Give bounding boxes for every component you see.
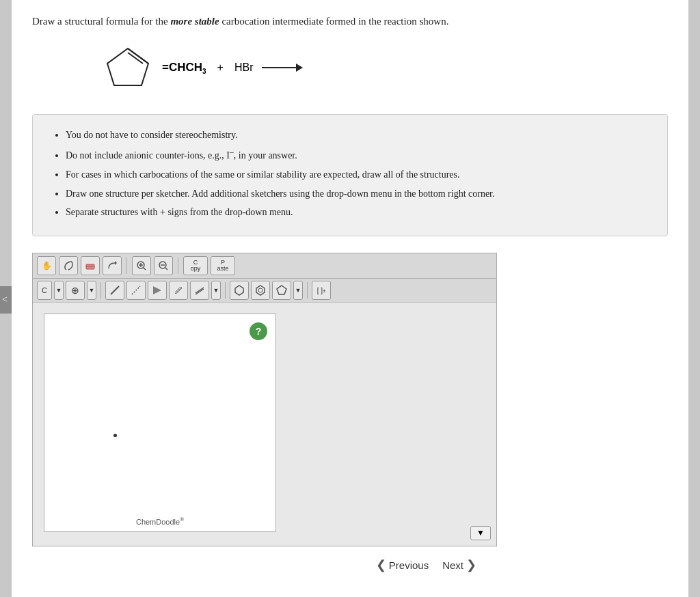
svg-line-18	[176, 288, 182, 294]
canvas-dot	[113, 434, 117, 437]
cyclopentene-structure	[100, 43, 155, 94]
svg-marker-24	[277, 286, 286, 294]
toolbar-separator-1	[126, 258, 127, 274]
chevron-left-icon: ❮	[376, 557, 386, 572]
toolbar-separator-5	[307, 282, 308, 298]
help-button[interactable]: ?	[250, 322, 267, 340]
instruction-item-2: Do not include anionic counter-ions, e.g…	[66, 145, 651, 163]
zoom-out-btn[interactable]	[154, 256, 173, 275]
curved-arrow-tool-btn[interactable]	[103, 256, 122, 275]
svg-marker-21	[235, 286, 243, 295]
svg-line-12	[165, 268, 167, 270]
reaction-arrow	[262, 62, 303, 73]
dropdown-caret-icon: ▼	[476, 528, 485, 538]
instruction-item-3: For cases in which carbocations of the s…	[66, 167, 651, 183]
hexagon-ring-btn[interactable]	[230, 281, 249, 300]
bottom-controls: ▼	[470, 526, 491, 540]
svg-line-17	[175, 287, 180, 292]
svg-point-23	[258, 288, 262, 292]
previous-button[interactable]: ❮ Previous	[376, 557, 429, 572]
question-text: Draw a structural formula for the more s…	[32, 14, 668, 29]
svg-marker-22	[256, 286, 265, 295]
instruction-item-1: You do not have to consider stereochemis…	[66, 127, 651, 143]
add-sketcher-dropdown[interactable]: ▼	[470, 526, 491, 540]
svg-marker-15	[153, 286, 161, 294]
reagent2: HBr	[234, 61, 254, 74]
instructions-box: You do not have to consider stereochemis…	[32, 114, 668, 237]
navigation-area: ❮ Previous Next ❯	[32, 557, 497, 572]
toolbar-top: ✋	[33, 253, 496, 279]
eraser-tool-btn[interactable]	[81, 256, 100, 275]
svg-line-9	[144, 268, 146, 270]
copy-btn[interactable]: Copy	[183, 256, 208, 275]
chevron-right-icon: ❯	[466, 557, 476, 572]
instructions-list: You do not have to consider stereochemis…	[49, 127, 651, 221]
svg-marker-5	[115, 261, 117, 265]
zoom-in-btn[interactable]	[132, 256, 151, 275]
svg-line-16	[175, 287, 182, 294]
svg-line-1	[128, 48, 148, 64]
left-panel-tab-icon: <	[2, 294, 8, 305]
carbon-atom-btn[interactable]: C	[37, 281, 52, 300]
instruction-item-4: Draw one structure per sketcher. Add add…	[66, 186, 651, 202]
toolbar-row-2: C ▼ ⊕ ▼	[33, 279, 496, 303]
bond-type-dropdown-btn[interactable]: ▼	[211, 281, 221, 300]
left-panel-tab[interactable]: <	[0, 286, 12, 314]
wedge-bond-btn[interactable]	[148, 281, 167, 300]
dashed-bond-btn[interactable]	[126, 281, 146, 300]
page-container: < Draw a structural formula for the more…	[12, 0, 688, 597]
chemdoodle-label: ChemDoodle®	[136, 516, 184, 526]
next-button[interactable]: Next ❯	[442, 557, 476, 572]
cyclohexane-btn[interactable]	[251, 281, 270, 300]
carbon-dropdown-btn[interactable]: ▼	[54, 281, 64, 300]
sketcher-area: ✋	[32, 253, 497, 546]
sketch-canvas[interactable]: ? ChemDoodle®	[44, 314, 276, 532]
bond-dropdown-btn[interactable]: ▼	[87, 281, 96, 300]
svg-marker-0	[107, 48, 148, 85]
canvas-area: ? ChemDoodle®	[33, 303, 496, 543]
toolbar-separator-4	[225, 282, 226, 298]
paste-btn[interactable]: Paste	[211, 256, 235, 275]
plus-sign: +	[215, 61, 226, 74]
bond-add-btn[interactable]: ⊕	[66, 281, 85, 300]
svg-line-14	[132, 286, 140, 294]
instruction-item-5: Separate structures with + signs from th…	[66, 204, 651, 221]
charge-tool-btn[interactable]: [ ]±	[312, 281, 331, 300]
svg-line-13	[111, 286, 119, 294]
hash-bond-btn[interactable]	[169, 281, 188, 300]
reaction-text: =CHCH3 + HBr	[162, 61, 303, 75]
single-bond-btn[interactable]	[105, 281, 124, 300]
toolbar-separator-3	[100, 282, 101, 298]
toolbar-separator-2	[178, 258, 178, 274]
hand-tool-btn[interactable]: ✋	[37, 256, 56, 275]
lasso-tool-btn[interactable]	[59, 256, 78, 275]
pentagon-ring-btn[interactable]	[272, 281, 291, 300]
double-bond-btn[interactable]	[190, 281, 209, 300]
reaction-container: =CHCH3 + HBr	[100, 43, 668, 94]
ring-dropdown-btn[interactable]: ▼	[293, 281, 303, 300]
